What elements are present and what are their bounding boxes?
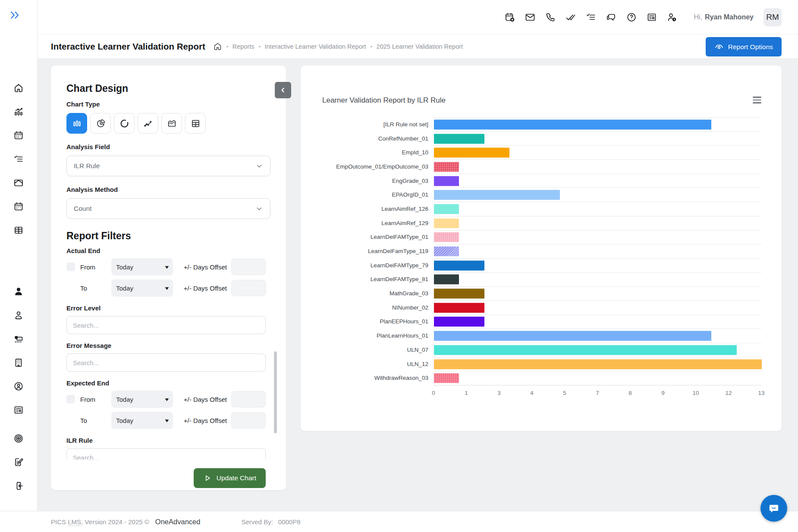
- chart-category-label: MathGrade_03: [322, 286, 430, 300]
- chart-bar[interactable]: [434, 247, 459, 257]
- task-list-icon[interactable]: [13, 154, 24, 164]
- user-clock-icon[interactable]: [667, 12, 677, 22]
- chart-bar-cell: [434, 329, 761, 343]
- actual-end-to-offset-input[interactable]: [231, 280, 266, 296]
- chart-bar[interactable]: [434, 373, 459, 383]
- chart-bar[interactable]: [434, 317, 484, 327]
- analytics-icon[interactable]: [13, 106, 24, 117]
- actual-end-from-offset-input[interactable]: [231, 259, 266, 275]
- page-title: Interactive Learner Validation Report: [51, 41, 205, 52]
- actual-end-from-checkbox[interactable]: [66, 263, 75, 271]
- error-level-search-input[interactable]: [66, 316, 266, 334]
- chart-type-table-button[interactable]: [185, 113, 206, 134]
- chart-bar[interactable]: [434, 345, 737, 355]
- document-edit-icon[interactable]: [13, 457, 24, 467]
- avatar[interactable]: RM: [763, 8, 782, 26]
- from-label: From: [80, 396, 107, 403]
- chart-category-label: NINumber_02: [322, 300, 430, 315]
- breadcrumb-report-name[interactable]: Interactive Learner Validation Report: [265, 43, 366, 50]
- chart-category-label: WithdrawReason_03: [322, 371, 430, 385]
- news-icon[interactable]: [13, 405, 24, 415]
- home-icon[interactable]: [213, 42, 222, 51]
- analysis-field-label: Analysis Field: [66, 143, 270, 150]
- calendar-alt-icon[interactable]: [13, 201, 24, 212]
- chart-bar[interactable]: [434, 260, 484, 270]
- ilr-rule-label: ILR Rule: [66, 437, 266, 444]
- expected-end-from-checkbox[interactable]: [66, 395, 75, 404]
- ilr-rule-search-input[interactable]: [66, 448, 266, 460]
- chart-bar[interactable]: [434, 275, 459, 285]
- chart-bar[interactable]: [434, 162, 459, 172]
- chart-bar[interactable]: [434, 359, 762, 369]
- workstation-icon[interactable]: [13, 334, 24, 344]
- task-list-icon[interactable]: [586, 12, 596, 22]
- help-icon[interactable]: [626, 12, 637, 22]
- user-filled-icon[interactable]: [13, 286, 24, 297]
- expected-end-from-select[interactable]: Today▾: [111, 391, 173, 408]
- top-toolbar: Hi,Ryan Mahoney RM: [37, 0, 798, 34]
- chart-category-label: LearnAimRef_126: [322, 202, 430, 216]
- served-by-value: 0000P8: [278, 518, 301, 526]
- mail-icon[interactable]: [13, 178, 24, 188]
- logout-icon[interactable]: [13, 481, 24, 491]
- chart-bar[interactable]: [434, 190, 560, 200]
- news-icon[interactable]: [647, 12, 657, 22]
- actual-end-to-select[interactable]: Today▾: [111, 279, 173, 297]
- chart-bar-cell: [434, 343, 761, 357]
- chart-type-pie-button[interactable]: [90, 113, 111, 134]
- error-message-search-input[interactable]: [66, 354, 266, 372]
- chart-bar[interactable]: [434, 176, 459, 186]
- calendar-add-icon[interactable]: [505, 12, 515, 22]
- filters-scrollbar[interactable]: [274, 351, 277, 433]
- home-icon[interactable]: [13, 83, 24, 93]
- breadcrumb-reports[interactable]: Reports: [232, 43, 254, 50]
- chart-category-label: ULN_07: [322, 343, 430, 357]
- calendar-icon[interactable]: [13, 130, 24, 141]
- eye-icon: [714, 42, 724, 52]
- chart-bar-cell: [434, 315, 761, 329]
- phone-icon[interactable]: [545, 12, 556, 22]
- analysis-method-select[interactable]: Count: [66, 198, 270, 219]
- chat-fab-button[interactable]: [760, 495, 787, 522]
- chart-bar[interactable]: [434, 134, 484, 144]
- chart-type-bar-button[interactable]: [66, 113, 87, 134]
- chart-bar-cell: [434, 300, 761, 315]
- chart-bar-cell: [434, 216, 761, 230]
- actual-end-from-select[interactable]: Today▾: [111, 258, 173, 275]
- chart-bar[interactable]: [434, 303, 484, 313]
- chart-type-area-button[interactable]: [161, 113, 182, 134]
- expected-end-from-offset-input[interactable]: [231, 391, 266, 407]
- expected-end-to-select[interactable]: Today▾: [111, 412, 173, 429]
- double-check-icon[interactable]: [566, 12, 576, 22]
- sidebar-expand-button[interactable]: [9, 9, 21, 21]
- chart-bar[interactable]: [434, 204, 459, 214]
- expected-end-to-offset-input[interactable]: [231, 412, 266, 429]
- chart-bar-cell: [434, 145, 761, 160]
- days-offset-label: +/- Days Offset: [184, 417, 227, 424]
- hamburger-menu-icon[interactable]: [753, 97, 761, 103]
- user-outline-icon[interactable]: [13, 310, 24, 320]
- chart-bar[interactable]: [434, 119, 711, 129]
- days-offset-label: +/- Days Offset: [184, 263, 227, 271]
- mail-icon[interactable]: [525, 12, 535, 22]
- user-circle-icon[interactable]: [13, 381, 24, 391]
- to-label: To: [80, 285, 107, 292]
- chart-bar[interactable]: [434, 218, 459, 228]
- building-icon[interactable]: [13, 357, 24, 368]
- collapse-panel-button[interactable]: [275, 82, 291, 98]
- chat-icon[interactable]: [606, 12, 616, 22]
- chart-bar[interactable]: [434, 148, 509, 158]
- chart-bar[interactable]: [434, 232, 459, 242]
- breadcrumb-report-year[interactable]: 2025 Learner Validation Report: [377, 43, 463, 50]
- chart-type-line-button[interactable]: [138, 113, 158, 134]
- chart-bar[interactable]: [434, 331, 711, 341]
- analysis-field-select[interactable]: ILR Rule: [66, 156, 270, 176]
- report-options-button[interactable]: Report Options: [706, 37, 782, 56]
- chart-type-doughnut-button[interactable]: [114, 113, 135, 134]
- target-icon[interactable]: [13, 433, 24, 444]
- chart-type-buttons: [66, 113, 270, 134]
- update-chart-button[interactable]: Update Chart: [194, 468, 266, 488]
- table-grid-icon[interactable]: [13, 225, 24, 235]
- days-offset-label: +/- Days Offset: [184, 396, 227, 403]
- chart-bar[interactable]: [434, 289, 484, 299]
